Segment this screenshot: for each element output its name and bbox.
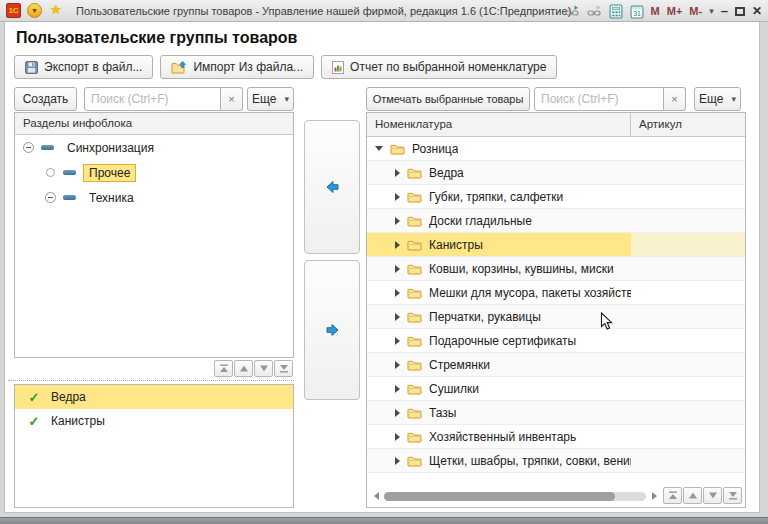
minimize-button[interactable]: – xyxy=(721,6,728,16)
collapsed-triangle-icon[interactable] xyxy=(395,265,400,273)
expanded-triangle-icon[interactable] xyxy=(375,146,383,151)
sections-more-button[interactable]: Еще ▾ xyxy=(247,87,294,111)
sections-search-input[interactable] xyxy=(84,87,221,111)
column-header-nomenclature[interactable]: Номенклатура xyxy=(367,113,631,136)
table-header: Номенклатура Артикул xyxy=(367,113,745,137)
export-to-file-button[interactable]: Экспорт в файл... xyxy=(14,55,153,79)
go-prev-row-button[interactable] xyxy=(683,487,702,504)
calculator-icon[interactable] xyxy=(609,4,623,19)
main-menu-button[interactable]: ▼ xyxy=(27,3,42,18)
app-window: 1С ▼ ★ Пользовательские группы товаров -… xyxy=(0,0,768,524)
leaf-circle-icon[interactable] xyxy=(46,168,55,177)
table-row[interactable]: Ковши, корзины, кувшины, миски xyxy=(367,257,745,281)
window-title: Пользовательские группы товаров - Управл… xyxy=(76,0,571,22)
table-row[interactable]: Доски гладильные xyxy=(367,209,745,233)
horizontal-scrollbar[interactable] xyxy=(371,489,659,503)
go-last-row-button[interactable] xyxy=(723,487,742,504)
collapsed-triangle-icon[interactable] xyxy=(395,457,400,465)
move-left-button[interactable] xyxy=(304,120,360,254)
row-label: Щетки, швабры, тряпки, совки, веники,… xyxy=(429,454,631,468)
maximize-button[interactable] xyxy=(735,7,745,16)
nomenclature-cell: Розница xyxy=(367,137,631,160)
scroll-right-icon[interactable] xyxy=(649,492,659,500)
folder-icon xyxy=(407,431,422,443)
tree-item[interactable]: Прочее xyxy=(15,160,293,185)
move-right-button[interactable] xyxy=(304,260,360,400)
arrow-right-icon xyxy=(325,323,340,337)
tree-item[interactable]: Техника xyxy=(15,185,293,210)
favorites-star-icon[interactable]: ★ xyxy=(50,2,62,17)
move-down-button[interactable] xyxy=(254,360,273,377)
table-row[interactable]: Щетки, швабры, тряпки, совки, веники,… xyxy=(367,449,745,473)
sections-tree-panel: Разделы инфоблока СинхронизацияПрочееТех… xyxy=(14,112,294,358)
table-row[interactable]: Розница xyxy=(367,137,745,161)
collapsed-triangle-icon[interactable] xyxy=(395,217,400,225)
column-header-artikul[interactable]: Артикул xyxy=(631,113,745,136)
collapsed-triangle-icon[interactable] xyxy=(395,193,400,201)
selected-list-body: ✓Ведра✓Канистры xyxy=(15,385,293,433)
sections-tree-body: СинхронизацияПрочееТехника xyxy=(15,135,293,210)
report-button[interactable]: Отчет по выбранной номенклатуре xyxy=(321,55,557,79)
table-row[interactable]: Ведра xyxy=(367,161,745,185)
table-row[interactable]: Сушилки xyxy=(367,377,745,401)
calendar-icon[interactable]: 31 xyxy=(630,4,644,19)
collapsed-triangle-icon[interactable] xyxy=(395,169,400,177)
nomenclature-search-input[interactable] xyxy=(534,87,664,111)
collapsed-triangle-icon[interactable] xyxy=(395,313,400,321)
actions-toolbar: Экспорт в файл... Импорт Из файла... Отч… xyxy=(14,55,557,79)
collapsed-triangle-icon[interactable] xyxy=(395,337,400,345)
toolbar-overflow-chevron-icon[interactable]: ▾ xyxy=(709,6,714,16)
get-link-icon[interactable] xyxy=(565,5,580,17)
nomenclature-cell: Губки, тряпки, салфетки xyxy=(367,185,631,208)
row-label: Сушилки xyxy=(429,382,479,396)
table-row[interactable]: Губки, тряпки, салфетки xyxy=(367,185,745,209)
collapsed-triangle-icon[interactable] xyxy=(395,289,400,297)
collapsed-triangle-icon[interactable] xyxy=(395,241,400,249)
section-icon xyxy=(41,145,54,150)
artikul-cell xyxy=(631,377,745,400)
artikul-cell xyxy=(631,401,745,424)
collapsed-triangle-icon[interactable] xyxy=(395,385,400,393)
move-up-button[interactable] xyxy=(234,360,253,377)
memory-m-button[interactable]: М xyxy=(651,5,660,17)
table-row[interactable]: Мешки для мусора, пакеты хозяйствен… xyxy=(367,281,745,305)
go-first-row-button[interactable] xyxy=(663,487,682,504)
collapse-toggle-icon[interactable] xyxy=(45,192,56,203)
scrollbar-track[interactable] xyxy=(384,492,646,501)
table-row[interactable]: Перчатки, рукавицы xyxy=(367,305,745,329)
nomenclature-more-button[interactable]: Еще ▾ xyxy=(694,87,741,111)
list-item[interactable]: ✓Канистры xyxy=(15,409,293,433)
table-row[interactable]: Подарочные сертификаты xyxy=(367,329,745,353)
move-to-top-button[interactable] xyxy=(214,360,233,377)
collapsed-triangle-icon[interactable] xyxy=(395,409,400,417)
clear-search-icon[interactable]: × xyxy=(664,87,686,111)
folder-icon xyxy=(407,239,422,251)
list-item[interactable]: ✓Ведра xyxy=(15,385,293,409)
import-from-file-button[interactable]: Импорт Из файла... xyxy=(160,55,314,79)
artikul-cell xyxy=(631,425,745,448)
close-button[interactable]: ✕ xyxy=(752,4,762,18)
row-label: Доски гладильные xyxy=(429,214,532,228)
report-document-icon xyxy=(332,61,344,74)
more-label: Еще xyxy=(699,92,723,106)
mark-selected-goods-button[interactable]: Отмечать выбранные товары xyxy=(366,87,530,111)
table-row[interactable]: Стремянки xyxy=(367,353,745,377)
collapsed-triangle-icon[interactable] xyxy=(395,361,400,369)
nomenclature-cell: Мешки для мусора, пакеты хозяйствен… xyxy=(367,281,631,304)
go-next-row-button[interactable] xyxy=(703,487,722,504)
row-label: Хозяйственный инвентарь xyxy=(429,430,576,444)
memory-m-plus-button[interactable]: М+ xyxy=(667,5,683,17)
memory-m-minus-button[interactable]: М- xyxy=(689,5,702,17)
collapsed-triangle-icon[interactable] xyxy=(395,433,400,441)
clear-search-icon[interactable]: × xyxy=(221,87,243,111)
scrollbar-thumb[interactable] xyxy=(384,492,615,501)
scroll-left-icon[interactable] xyxy=(371,492,381,500)
create-button[interactable]: Создать xyxy=(14,87,77,111)
collapse-toggle-icon[interactable] xyxy=(23,142,34,153)
table-row[interactable]: Хозяйственный инвентарь xyxy=(367,425,745,449)
tree-item[interactable]: Синхронизация xyxy=(15,135,293,160)
go-link-icon[interactable] xyxy=(587,5,602,17)
move-to-bottom-button[interactable] xyxy=(274,360,293,377)
table-row[interactable]: Тазы xyxy=(367,401,745,425)
table-row[interactable]: Канистры xyxy=(367,233,745,257)
